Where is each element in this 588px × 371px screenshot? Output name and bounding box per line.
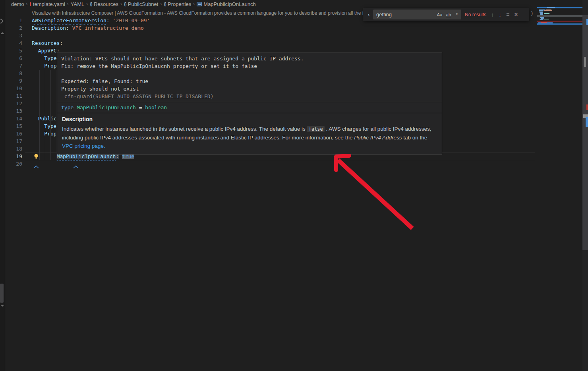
line-number[interactable]: 13 <box>5 107 22 115</box>
hover-diagnostic-line <box>61 70 438 77</box>
line-number[interactable]: 10 <box>5 85 22 92</box>
code-text: Type <box>32 54 57 62</box>
line-number[interactable]: 2 <box>5 24 22 32</box>
minimap-bar <box>539 9 545 10</box>
line-number[interactable]: 14 <box>5 115 22 122</box>
indent-guide <box>45 70 45 160</box>
hover-diagnostic-line: Property should not exist <box>61 85 438 93</box>
code-token: Description <box>32 25 66 31</box>
overview-ruler-marker <box>586 117 588 127</box>
breadcrumb-item-publicsubnet[interactable]: {}PublicSubnet <box>124 1 158 7</box>
hover-description-heading: Description <box>62 116 437 122</box>
code-text: Public <box>32 115 57 122</box>
line-number[interactable]: 11 <box>5 92 22 100</box>
code-line[interactable]: 4Resources: <box>5 39 535 47</box>
line-number[interactable]: 20 <box>5 160 22 168</box>
line-number[interactable]: 8 <box>5 70 22 77</box>
code-token <box>32 131 44 137</box>
text: tab on the <box>402 135 427 141</box>
line-number[interactable]: 9 <box>5 77 22 85</box>
line-number[interactable]: 18 <box>5 145 22 153</box>
code-token: AppVPC <box>38 48 57 54</box>
code-text: AppVPC: <box>32 47 60 54</box>
breadcrumb-label: Properties <box>168 1 191 7</box>
code-line[interactable]: 20 <box>5 160 535 168</box>
code-token: boolean <box>145 104 167 110</box>
match-case-icon[interactable]: Aa <box>437 12 442 17</box>
code-text: Description: VPC infrastructure demo <box>32 24 144 32</box>
code-token <box>32 48 38 54</box>
breadcrumb-item-template.yaml[interactable]: !template.yaml <box>30 1 65 7</box>
find-previous-icon[interactable]: ↑ <box>491 12 494 18</box>
breadcrumb-item-mappubliciponlaunch[interactable]: MapPublicIpOnLaunch <box>197 1 256 7</box>
minimap-bar <box>544 10 552 11</box>
code-token: Type <box>44 55 56 61</box>
find-close-icon[interactable]: × <box>514 11 518 18</box>
minimap-bar <box>541 22 547 23</box>
hover-tooltip: Violation: VPCs should not have subnets … <box>57 52 442 155</box>
vpc-pricing-link[interactable]: VPC pricing page. <box>62 143 105 149</box>
line-number[interactable]: 15 <box>5 122 22 130</box>
indent-guide <box>56 70 56 160</box>
object-symbol-icon: {} <box>164 2 166 6</box>
regex-icon[interactable]: .* <box>455 12 458 17</box>
minimap-bar <box>544 19 549 19</box>
line-number[interactable]: 17 <box>5 137 22 145</box>
overview-ruler-marker <box>586 104 588 110</box>
line-number[interactable]: 5 <box>5 47 22 54</box>
object-symbol-icon: {} <box>124 2 126 6</box>
line-number[interactable]: 6 <box>5 54 22 62</box>
hover-markdown: Description Indicates whether instances … <box>57 113 442 154</box>
code-text: AWSTemplateFormatVersion: '2010-09-09' <box>32 17 150 24</box>
code-token: Prop <box>44 63 56 69</box>
line-number[interactable]: 19 <box>5 153 22 160</box>
breadcrumb-item-properties[interactable]: {}Properties <box>164 1 191 7</box>
find-next-icon[interactable]: ↓ <box>499 12 501 18</box>
overview-ruler-marker <box>586 19 588 25</box>
code-token: AWSTemplateFormatVersion <box>32 17 106 23</box>
code-token: MapPublicIpOnLaunch <box>77 104 136 110</box>
code-token <box>69 25 72 31</box>
breadcrumb-label: template.yaml <box>33 1 65 7</box>
text: Indicates whether instances launched in … <box>62 126 307 132</box>
minimap-bar <box>544 13 549 14</box>
minimap-bar <box>540 19 544 20</box>
code-token: type <box>61 104 77 110</box>
editor-scrollbar[interactable] <box>582 0 588 371</box>
scroll-up-icon[interactable] <box>0 32 4 34</box>
scroll-down-icon[interactable] <box>0 305 4 307</box>
breadcrumb-item-resources[interactable]: {}Resources <box>90 1 118 7</box>
scrollbar-slider[interactable] <box>582 15 588 250</box>
rail-scrollbar-thumb[interactable] <box>0 284 4 303</box>
find-in-selection-icon[interactable]: ≡ <box>506 12 509 18</box>
code-line[interactable]: 2Description: VPC infrastructure demo <box>5 24 535 32</box>
whole-word-icon[interactable]: ab <box>446 12 451 17</box>
hover-diagnostics: Violation: VPCs should not have subnets … <box>57 52 442 102</box>
breadcrumb-item-yaml[interactable]: YAML <box>71 1 84 7</box>
lightbulb-icon[interactable] <box>33 153 39 159</box>
breadcrumb-item-demo[interactable]: demo <box>11 1 24 7</box>
line-number[interactable]: 1 <box>5 17 22 24</box>
error-icon: ! <box>30 1 31 7</box>
find-expand-toggle-icon[interactable]: › <box>366 11 372 18</box>
minimap-bar <box>537 7 582 8</box>
hover-type-line: type MapPublicIpOnLaunch = boolean <box>57 102 442 113</box>
minimap[interactable] <box>537 0 582 371</box>
minimap-bar <box>547 7 555 8</box>
code-text: Resources: <box>32 39 63 47</box>
code-token <box>32 116 38 122</box>
rail-circle-icon <box>0 19 3 23</box>
code-line[interactable]: 3 <box>5 32 535 39</box>
code-text: Prop <box>32 130 57 137</box>
code-token: Public <box>38 116 57 122</box>
italic-text: Public IPv4 Address <box>354 135 402 141</box>
line-number[interactable]: 4 <box>5 39 22 47</box>
line-number[interactable]: 12 <box>5 100 22 107</box>
breadcrumb-label: YAML <box>71 1 84 7</box>
line-number[interactable]: 16 <box>5 130 22 137</box>
line-number[interactable]: 3 <box>5 32 22 39</box>
find-input[interactable] <box>373 12 437 17</box>
breadcrumb-separator: › <box>86 1 88 7</box>
object-symbol-icon: {} <box>90 2 92 6</box>
line-number[interactable]: 7 <box>5 62 22 70</box>
